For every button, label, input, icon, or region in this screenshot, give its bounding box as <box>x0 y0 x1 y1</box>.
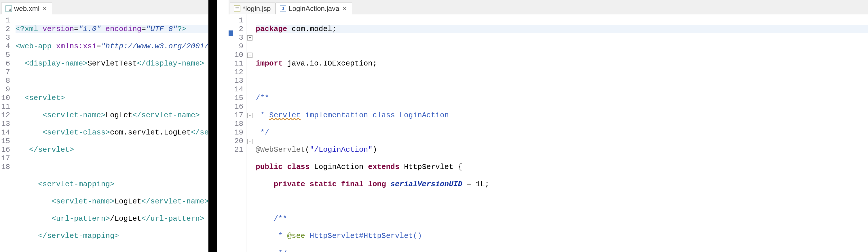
close-icon[interactable]: ✕ <box>342 5 348 12</box>
java-keyword: long <box>368 180 386 188</box>
tab-login-jsp[interactable]: *login.jsp <box>230 3 275 14</box>
tab-label: *login.jsp <box>243 5 271 13</box>
code-line[interactable]: @WebServlet("/LoginAction") <box>256 145 868 154</box>
line-number: 12 <box>234 68 243 76</box>
fold-cell[interactable]: - <box>246 50 253 59</box>
code-line[interactable]: </servlet-mapping> <box>16 231 208 240</box>
java-text: LoginAction <box>309 163 368 171</box>
code-line[interactable]: <servlet> <box>16 94 208 102</box>
close-icon[interactable]: ✕ <box>42 5 48 12</box>
java-text: com.model; <box>287 25 337 33</box>
right-code-area[interactable]: package com.model; import java.io.IOExce… <box>253 14 868 252</box>
line-number: 6 <box>1 59 10 68</box>
tab-label: web.xml <box>14 5 39 13</box>
xml-tag: <url-pattern> <box>52 214 110 223</box>
line-number: 4 <box>1 42 10 50</box>
java-keyword: class <box>287 163 309 171</box>
line-number: 10 <box>234 50 243 59</box>
code-line[interactable] <box>16 76 208 85</box>
fold-collapse-icon[interactable]: - <box>247 113 252 118</box>
javadoc: implementation class LoginAction <box>301 111 449 119</box>
java-text: java.io.IOException; <box>283 59 377 68</box>
fold-collapse-icon[interactable]: - <box>247 52 252 58</box>
xml-tag: </servlet> <box>29 145 74 154</box>
xml-tag: <servlet-mapping> <box>38 180 114 188</box>
xml-value: "UTF-8" <box>146 25 177 33</box>
xml-tag: <servlet-class> <box>42 128 110 137</box>
left-code-area[interactable]: <?xml version="1.0" encoding="UTF-8"?> <… <box>13 14 208 252</box>
code-line[interactable]: <?xml version="1.0" encoding="UTF-8"?> <box>16 25 208 33</box>
code-line[interactable]: /** <box>256 94 868 102</box>
fold-cell <box>246 85 253 94</box>
code-line[interactable]: <web-app xmlns:xsi="http://www.w3.org/20… <box>16 42 208 50</box>
fold-cell[interactable]: + <box>246 33 253 42</box>
line-number: 18 <box>1 163 10 171</box>
fold-column: + - - - <box>246 14 253 252</box>
code-line[interactable]: </servlet> <box>16 145 208 154</box>
line-number: 10 <box>1 94 10 102</box>
code-line[interactable]: private static final long serialVersionU… <box>256 180 868 188</box>
code-line[interactable] <box>16 249 208 252</box>
xml-tag: </url-pattern> <box>142 214 204 223</box>
fold-cell[interactable]: - <box>246 111 253 119</box>
xml-file-icon <box>5 5 12 12</box>
left-editor[interactable]: 1 2 3 4 5 6 7 8 9 10 11 12 13 14 15 16 1… <box>0 14 208 252</box>
fold-cell <box>246 94 253 102</box>
xml-pi-open: <? <box>16 25 25 33</box>
fold-cell <box>246 119 253 128</box>
fold-cell[interactable]: - <box>246 137 253 145</box>
code-line[interactable]: */ <box>256 128 868 137</box>
code-line[interactable]: <servlet-name>LogLet</servlet-name> <box>16 197 208 206</box>
fold-cell <box>246 128 253 137</box>
line-number: 2 <box>1 25 10 33</box>
code-line[interactable]: /** <box>256 214 868 223</box>
tab-web-xml[interactable]: web.xml ✕ <box>1 3 52 14</box>
code-line[interactable]: <servlet-name>LogLet</servlet-name> <box>16 111 208 119</box>
left-editor-pane: web.xml ✕ 1 2 3 4 5 6 7 8 9 10 11 12 13 … <box>0 0 209 252</box>
code-line[interactable]: <display-name>ServletTest</display-name> <box>16 59 208 68</box>
line-number: 21 <box>234 145 243 154</box>
line-number: 19 <box>234 128 243 137</box>
line-number: 1 <box>1 16 10 25</box>
code-line[interactable]: <servlet-class>com.servlet.LogLet</servl… <box>16 128 208 137</box>
right-editor[interactable]: 1 2 3 9 10 11 12 13 14 15 16 17 18 19 20… <box>228 14 868 252</box>
java-keyword: import <box>256 59 283 68</box>
javadoc: * <box>274 231 287 240</box>
code-line[interactable]: * @see HttpServlet#HttpServlet() <box>256 231 868 240</box>
line-number: 7 <box>1 68 10 76</box>
java-annotation: @WebServlet <box>256 145 305 154</box>
tab-loginaction-java[interactable]: LoginAction.java ✕ <box>276 3 352 14</box>
left-tab-bar: web.xml ✕ <box>0 0 208 14</box>
code-line[interactable]: public class LoginAction extends HttpSer… <box>256 163 868 171</box>
right-tab-bar: *login.jsp LoginAction.java ✕ <box>228 0 868 14</box>
code-line[interactable]: * Servlet implementation class LoginActi… <box>256 111 868 119</box>
code-line[interactable]: <servlet-mapping> <box>16 180 208 188</box>
xml-text: LogLet <box>105 111 132 119</box>
pane-divider[interactable] <box>209 0 217 252</box>
code-line[interactable]: import java.io.IOException; <box>256 59 868 68</box>
java-keyword: private <box>274 180 305 188</box>
fold-expand-icon[interactable]: + <box>247 35 252 40</box>
line-number: 16 <box>234 102 243 111</box>
code-line[interactable] <box>256 197 868 206</box>
line-number: 3 <box>1 33 10 42</box>
xml-text: /LogLet <box>110 214 142 223</box>
line-number: 16 <box>1 145 10 154</box>
code-line[interactable]: */ <box>256 249 868 252</box>
line-number: 8 <box>1 76 10 85</box>
code-line[interactable] <box>256 76 868 85</box>
code-line[interactable] <box>256 42 868 50</box>
code-line[interactable]: package com.model; <box>256 25 868 33</box>
fold-collapse-icon[interactable]: - <box>247 139 252 144</box>
java-string: "/LoginAction" <box>309 145 372 154</box>
code-line[interactable]: <url-pattern>/LogLet</url-pattern> <box>16 214 208 223</box>
javadoc: */ <box>274 249 287 252</box>
java-keyword: final <box>341 180 364 188</box>
xml-text: LogLet <box>114 197 142 206</box>
fold-cell <box>246 102 253 111</box>
spell-warning: Servlet <box>269 111 301 119</box>
java-text: ) <box>373 145 377 154</box>
java-field: serialVersionUID <box>391 180 462 188</box>
code-line[interactable] <box>16 163 208 171</box>
xml-text: ServletTest <box>88 59 137 68</box>
